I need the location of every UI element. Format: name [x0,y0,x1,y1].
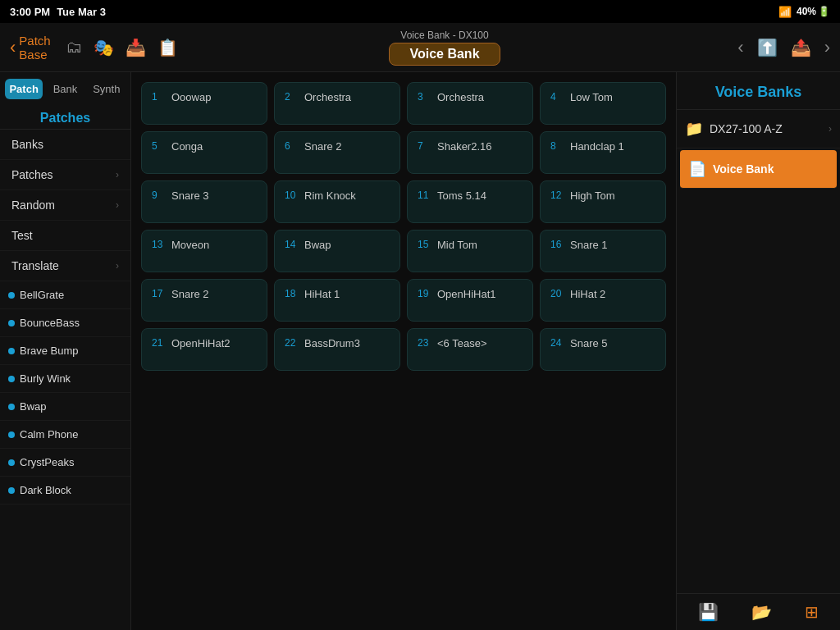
patch-cell[interactable]: 9Snare 3 [141,180,267,223]
smiley-icon[interactable]: 🎭 [94,38,114,57]
back-label: Patch Base [19,34,50,62]
patch-grid: 1Ooowap2Orchestra3Orchestra4Low Tom5Cong… [141,82,666,371]
header-center: Voice Bank - DX100 Voice Bank [141,30,748,66]
list-item[interactable]: Bwap [0,393,130,421]
sidebar-item-patches[interactable]: Patches › [0,160,130,190]
save-button[interactable]: 💾 [698,602,719,622]
status-right: 📶 40%🔋 [778,6,830,18]
right-panel-item-dx27[interactable]: 📁 DX27-100 A-Z › [677,110,840,148]
patch-cell[interactable]: 12High Tom [540,180,666,223]
share-icon[interactable]: ⬆️ [757,38,778,57]
tab-patch[interactable]: Patch [5,79,43,99]
patch-name: Handclap 1 [570,140,624,154]
dot-icon [8,404,15,410]
patch-number: 17 [152,288,167,299]
patch-number: 10 [285,189,299,201]
back-button[interactable]: ‹ Patch Base [10,34,51,62]
status-bar: 3:00 PM Tue Mar 3 📶 40%🔋 [0,0,840,23]
patch-cell[interactable]: 21OpenHiHat2 [141,328,267,371]
patch-number: 6 [285,140,299,152]
patch-number: 12 [550,189,565,201]
sidebar-item-random[interactable]: Random › [0,190,130,221]
patch-number: 18 [285,288,299,299]
patch-name: OpenHiHat2 [171,337,231,351]
sidebar-item-test[interactable]: Test [0,221,130,251]
patch-cell[interactable]: 20HiHat 2 [540,279,666,322]
right-panel-item-voicebank[interactable]: 📄 Voice Bank [680,150,837,189]
sidebar-item-translate[interactable]: Translate › [0,251,130,281]
patch-number: 24 [550,337,565,349]
list-item[interactable]: Burly Wink [0,365,130,393]
folder-icon[interactable]: 🗂 [66,38,82,57]
voice-bank-title-button[interactable]: Voice Bank [389,43,500,66]
patch-name: <6 Tease> [437,337,486,351]
patch-name: Snare 3 [171,189,209,203]
patch-number: 7 [418,140,432,152]
patch-cell[interactable]: 17Snare 2 [141,279,267,322]
header-subtitle: Voice Bank - DX100 [400,30,488,41]
list-item[interactable]: CrystPeaks [0,449,130,477]
battery-icon: 40%🔋 [797,6,830,17]
chevron-right-icon: › [829,123,832,135]
patch-cell[interactable]: 4Low Tom [540,82,666,125]
tab-synth[interactable]: Synth [88,79,126,99]
patch-cell[interactable]: 1Ooowap [141,82,267,125]
sidebar-list: BellGrate BounceBass Brave Bump Burly Wi… [0,281,130,630]
patch-cell[interactable]: 22BassDrum3 [274,328,400,371]
patch-name: Orchestra [437,91,484,105]
patch-number: 14 [285,239,299,250]
patch-cell[interactable]: 8Handclap 1 [540,131,666,174]
right-panel: Voice Banks 📁 DX27-100 A-Z › 📄 Voice Ban… [676,72,840,630]
patch-cell[interactable]: 3Orchestra [407,82,533,125]
dot-icon [8,320,15,326]
status-date: Tue Mar 3 [57,6,106,18]
patch-number: 19 [418,288,432,299]
content-area: 1Ooowap2Orchestra3Orchestra4Low Tom5Cong… [131,72,676,630]
patch-cell[interactable]: 23<6 Tease> [407,328,533,371]
patch-number: 23 [418,337,432,349]
back-chevron-icon: ‹ [10,37,16,58]
random-chevron-icon: › [116,199,119,211]
patch-number: 9 [152,189,167,201]
patch-number: 16 [550,239,565,250]
patch-cell[interactable]: 24Snare 5 [540,328,666,371]
list-item[interactable]: Dark Block [0,477,130,504]
patch-cell[interactable]: 7Shaker2.16 [407,131,533,174]
dot-icon [8,431,15,438]
dot-icon [8,376,15,382]
wifi-icon: 📶 [778,6,792,18]
patch-cell[interactable]: 19OpenHiHat1 [407,279,533,322]
patch-cell[interactable]: 15Mid Tom [407,230,533,272]
patch-cell[interactable]: 2Orchestra [274,82,400,125]
tab-bank[interactable]: Bank [46,79,84,99]
patch-name: Toms 5.14 [437,189,486,203]
patch-name: HiHat 2 [570,288,605,302]
sidebar-section-title: Patches [0,106,130,130]
grid-button[interactable]: ⊞ [805,602,819,622]
list-item[interactable]: Calm Phone [0,421,130,449]
patch-name: Shaker2.16 [437,140,492,154]
patch-cell[interactable]: 6Snare 2 [274,131,400,174]
patch-number: 22 [285,337,299,349]
sidebar-item-banks[interactable]: Banks [0,130,130,160]
header-left: ‹ Patch Base 🗂 🎭 📥 📋 [10,34,141,62]
patch-cell[interactable]: 18HiHat 1 [274,279,400,322]
list-item[interactable]: Brave Bump [0,337,130,365]
translate-chevron-icon: › [116,260,119,272]
patch-cell[interactable]: 10Rim Knock [274,180,400,223]
patch-cell[interactable]: 16Snare 1 [540,230,666,272]
next-button[interactable]: › [824,37,830,58]
patch-name: BassDrum3 [304,337,360,351]
patch-cell[interactable]: 5Conga [141,131,267,174]
patch-number: 21 [152,337,167,349]
patch-cell[interactable]: 13Moveon [141,230,267,272]
patch-number: 11 [418,189,432,201]
patch-name: Snare 5 [570,337,608,351]
add-folder-button[interactable]: 📂 [751,602,772,622]
prev-button[interactable]: ‹ [737,37,743,58]
list-item[interactable]: BellGrate [0,281,130,309]
patch-cell[interactable]: 11Toms 5.14 [407,180,533,223]
patch-cell[interactable]: 14Bwap [274,230,400,272]
list-item[interactable]: BounceBass [0,309,130,337]
export-icon[interactable]: 📤 [791,38,811,57]
